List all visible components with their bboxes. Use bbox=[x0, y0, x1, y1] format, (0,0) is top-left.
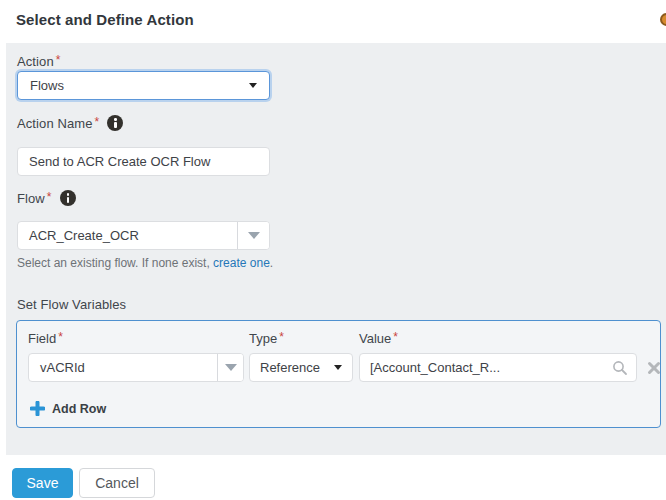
add-row-button[interactable]: Add Row bbox=[30, 401, 106, 416]
action-label: Action* bbox=[17, 52, 60, 70]
column-header-type: Type* bbox=[249, 330, 284, 346]
search-icon[interactable] bbox=[612, 360, 628, 376]
save-button[interactable]: Save bbox=[12, 468, 73, 498]
required-asterisk: * bbox=[56, 53, 61, 67]
column-header-field: Field* bbox=[28, 330, 63, 346]
flow-helper-text: Select an existing flow. If none exist, … bbox=[17, 256, 273, 270]
field-picker-button[interactable] bbox=[217, 354, 243, 381]
flow-label: Flow* bbox=[17, 190, 52, 206]
flow-combobox-value[interactable]: ACR_Create_OCR bbox=[18, 222, 237, 249]
close-icon[interactable] bbox=[647, 361, 661, 375]
corner-badge-icon bbox=[660, 13, 666, 26]
info-icon[interactable] bbox=[107, 115, 123, 131]
cancel-button[interactable]: Cancel bbox=[79, 468, 155, 498]
chevron-down-icon bbox=[249, 83, 257, 88]
column-header-value: Value* bbox=[359, 330, 398, 346]
variable-field-value[interactable]: vACRId bbox=[29, 354, 217, 381]
required-asterisk: * bbox=[47, 190, 52, 204]
action-name-label: Action Name* bbox=[17, 115, 99, 131]
variable-type-value: Reference bbox=[260, 354, 320, 381]
flow-combobox[interactable]: ACR_Create_OCR bbox=[17, 221, 270, 250]
chevron-down-icon bbox=[334, 365, 342, 370]
action-name-label-row: Action Name* bbox=[17, 115, 123, 131]
flow-picker-button[interactable] bbox=[237, 222, 269, 249]
page-title: Select and Define Action bbox=[16, 11, 194, 28]
info-icon[interactable] bbox=[60, 190, 76, 206]
create-one-link[interactable]: create one bbox=[213, 256, 270, 270]
required-asterisk: * bbox=[95, 115, 100, 129]
flow-variables-panel: Field* Type* Value* vACRId Reference [Ac… bbox=[16, 320, 661, 428]
flow-variables-section-label: Set Flow Variables bbox=[17, 297, 126, 312]
chevron-down-icon bbox=[248, 232, 260, 239]
action-name-input[interactable]: Send to ACR Create OCR Flow bbox=[17, 147, 270, 176]
variable-value-text: [Account_Contact_R... bbox=[370, 354, 612, 381]
add-row-label: Add Row bbox=[52, 402, 106, 416]
chevron-down-icon bbox=[225, 364, 237, 371]
flow-label-row: Flow* bbox=[17, 190, 76, 206]
plus-icon bbox=[30, 401, 45, 416]
action-select-value: Flows bbox=[30, 72, 64, 99]
action-select[interactable]: Flows bbox=[17, 71, 270, 100]
variable-value-input[interactable]: [Account_Contact_R... bbox=[359, 353, 637, 382]
variable-type-select[interactable]: Reference bbox=[249, 353, 353, 382]
variable-field-combobox[interactable]: vACRId bbox=[28, 353, 244, 382]
